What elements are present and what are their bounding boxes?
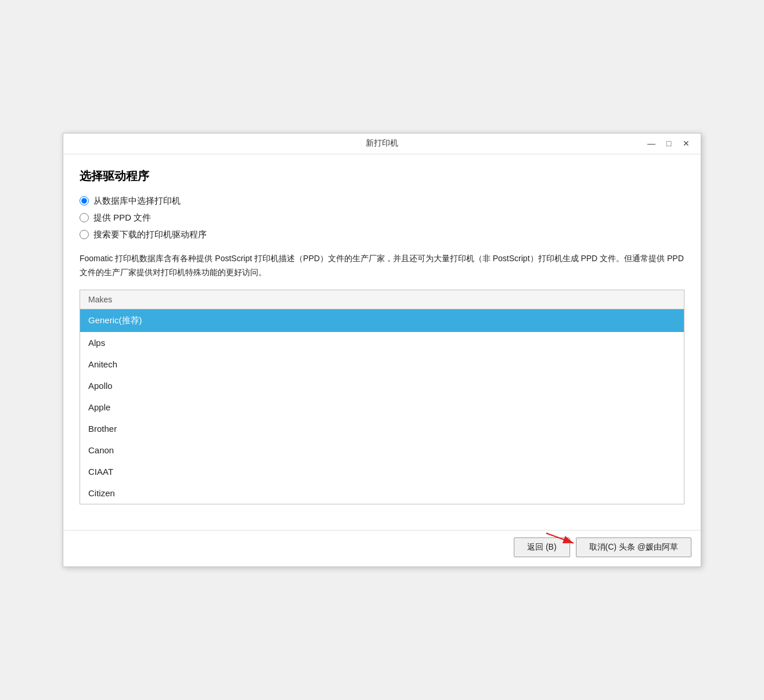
list-header: Makes [80,290,684,309]
svg-line-1 [546,533,574,543]
radio-group: 从数据库中选择打印机 提供 PPD 文件 搜索要下载的打印机驱动程序 [80,196,684,240]
section-title: 选择驱动程序 [80,168,684,184]
close-button[interactable]: ✕ [679,136,694,151]
list-item[interactable]: CIAAT [80,461,684,482]
list-item[interactable]: Canon [80,439,684,461]
radio-label-2: 提供 PPD 文件 [93,212,151,223]
window-title: 新打印机 [278,138,486,149]
dialog-footer: 返回 (B) 取消(C) 头条 @媛由阿草 [63,530,701,567]
main-window: 新打印机 — □ ✕ 选择驱动程序 从数据库中选择打印机 提供 PPD 文件 搜… [63,133,701,568]
list-item[interactable]: Generic(推荐) [80,309,684,332]
makes-list-container: Makes Generic(推荐)AlpsAnitechApolloAppleB… [80,290,684,504]
list-item[interactable]: Alps [80,332,684,353]
radio-input-1[interactable] [80,196,89,205]
arrow-annotation [544,526,579,549]
radio-input-2[interactable] [80,213,89,222]
dialog-content: 选择驱动程序 从数据库中选择打印机 提供 PPD 文件 搜索要下载的打印机驱动程… [63,154,701,531]
radio-option-1[interactable]: 从数据库中选择打印机 [80,196,684,207]
radio-option-3[interactable]: 搜索要下载的打印机驱动程序 [80,229,684,240]
minimize-button[interactable]: — [644,136,659,151]
list-item[interactable]: Apollo [80,375,684,396]
radio-input-3[interactable] [80,230,89,239]
arrow-icon [544,526,579,549]
title-bar-controls: — □ ✕ [486,136,694,151]
radio-label-3: 搜索要下载的打印机驱动程序 [93,229,207,240]
list-item[interactable]: Brother [80,418,684,439]
description-text: Foomatic 打印机数据库含有各种提供 PostScript 打印机描述（P… [80,252,684,280]
list-item[interactable]: Apple [80,396,684,418]
list-body: Generic(推荐)AlpsAnitechApolloAppleBrother… [80,309,684,504]
list-item[interactable]: Anitech [80,353,684,375]
radio-option-2[interactable]: 提供 PPD 文件 [80,212,684,223]
cancel-button[interactable]: 取消(C) 头条 @媛由阿草 [576,537,691,557]
list-item[interactable]: Citizen [80,482,684,504]
title-bar: 新打印机 — □ ✕ [63,133,701,154]
radio-label-1: 从数据库中选择打印机 [93,196,181,207]
maximize-button[interactable]: □ [661,136,676,151]
